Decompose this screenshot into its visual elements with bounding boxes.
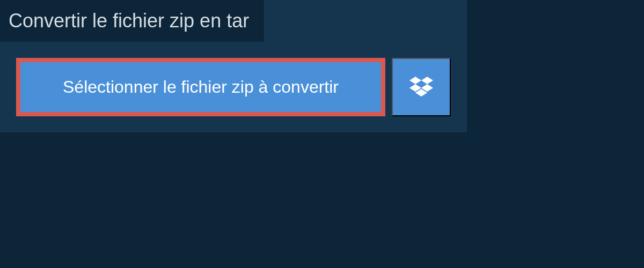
select-file-button[interactable]: Sélectionner le fichier zip à convertir	[16, 58, 385, 116]
page-title: Convertir le fichier zip en tar	[0, 0, 264, 42]
button-row: Sélectionner le fichier zip à convertir	[0, 42, 467, 132]
dropbox-icon	[409, 77, 433, 98]
converter-panel: Convertir le fichier zip en tar Sélectio…	[0, 0, 467, 132]
dropbox-button[interactable]	[392, 58, 451, 116]
select-file-label: Sélectionner le fichier zip à convertir	[63, 77, 339, 97]
